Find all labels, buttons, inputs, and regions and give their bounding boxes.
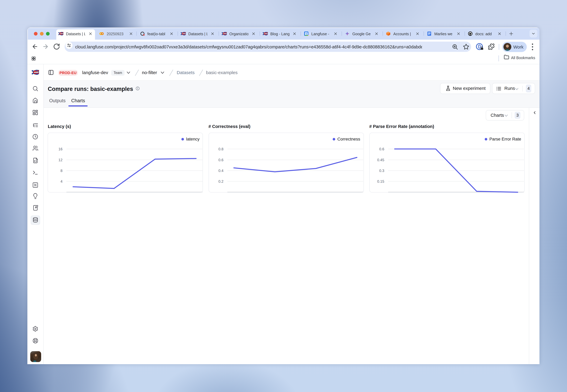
svg-text:0.6: 0.6	[379, 147, 384, 151]
svg-text:0.8: 0.8	[218, 147, 224, 151]
svg-text:0.6: 0.6	[218, 158, 224, 162]
svg-text:0.4: 0.4	[218, 169, 224, 173]
svg-text:0.3: 0.3	[379, 169, 384, 173]
svg-text:0.15: 0.15	[377, 179, 384, 183]
svg-text:8: 8	[60, 169, 62, 173]
svg-text:16: 16	[58, 147, 62, 151]
svg-text:12: 12	[58, 158, 62, 162]
svg-text:0.45: 0.45	[377, 158, 384, 162]
svg-text:0.2: 0.2	[218, 179, 224, 183]
svg-text:4: 4	[60, 179, 62, 183]
